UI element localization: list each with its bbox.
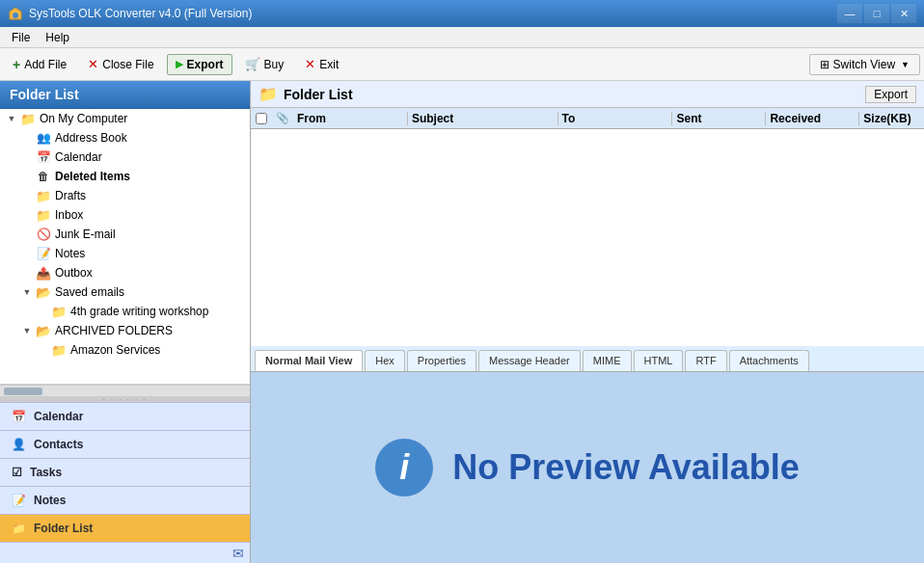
col-header-size[interactable]: Size(KB) <box>859 112 924 125</box>
export-button[interactable]: ▶ Export <box>167 54 232 75</box>
col-header-from[interactable]: From <box>293 112 408 125</box>
saved-emails-icon: 📂 <box>35 284 52 300</box>
add-file-icon: + <box>13 57 20 72</box>
writing-workshop-icon: 📁 <box>50 304 68 319</box>
drafts-icon: 📁 <box>35 188 52 203</box>
tree-item-inbox[interactable]: 📁 Inbox <box>0 205 250 225</box>
nav-calendar-icon: 📅 <box>12 410 26 423</box>
menu-bar: File Help <box>0 27 924 48</box>
archived-folders-icon: 📂 <box>35 323 52 338</box>
preview-section: Normal Mail View Hex Properties Message … <box>251 346 924 563</box>
tree-label-deletedItems: Deleted Items <box>55 170 130 183</box>
switch-view-dropdown-icon: ▼ <box>901 60 910 69</box>
tree-item-savedEmails[interactable]: ▼ 📂 Saved emails <box>0 282 250 302</box>
right-panel-export-button[interactable]: Export <box>865 86 916 103</box>
right-panel-header: 📁 Folder List Export <box>251 81 924 108</box>
tree-label-drafts: Drafts <box>55 189 86 202</box>
close-file-button[interactable]: ✕ Close File <box>79 53 162 75</box>
col-header-sent[interactable]: Sent <box>672 112 766 125</box>
tree-label-onMyComputer: On My Computer <box>40 112 127 125</box>
maximize-button[interactable]: □ <box>864 4 889 23</box>
inbox-icon: 📁 <box>35 207 52 223</box>
mail-list <box>251 129 924 346</box>
window-controls: — □ ✕ <box>837 4 916 23</box>
file-menu[interactable]: File <box>4 29 38 46</box>
tree-item-calendar[interactable]: 📅 Calendar <box>0 147 250 167</box>
amazon-services-icon: 📁 <box>50 342 68 358</box>
switch-view-button[interactable]: ⊞ Switch View ▼ <box>809 54 920 75</box>
nav-contacts-icon: 👤 <box>12 438 26 451</box>
col-header-attach: 📎 <box>272 112 293 124</box>
app-icon <box>8 6 23 21</box>
exit-icon: ✕ <box>305 57 315 71</box>
app-title: SysTools OLK Converter v4.0 (Full Versio… <box>29 7 252 20</box>
switch-view-label: Switch View <box>833 58 895 71</box>
tree-label-archivedFolders: ARCHIVED FOLDERS <box>55 324 173 337</box>
tree-item-deletedItems[interactable]: 🗑 Deleted Items <box>0 167 250 186</box>
tab-mime[interactable]: MIME <box>583 350 632 371</box>
left-panel-header: Folder List <box>0 81 250 109</box>
expand-onMyComputer[interactable]: ▼ <box>4 114 19 123</box>
col-header-to[interactable]: To <box>558 112 673 125</box>
notes-icon: 📝 <box>35 246 52 261</box>
nav-btn-notes[interactable]: 📝 Notes <box>0 486 250 514</box>
col-header-check[interactable] <box>251 113 272 124</box>
select-all-checkbox[interactable] <box>256 113 267 124</box>
tree-item-archivedFolders[interactable]: ▼ 📂 ARCHIVED FOLDERS <box>0 321 250 340</box>
tree-item-onMyComputer[interactable]: ▼ 📁 On My Computer <box>0 109 250 128</box>
tree-item-gradingWorkshop[interactable]: 📁 4th grade writing workshop <box>0 302 250 321</box>
nav-tasks-icon: ☑ <box>12 466 22 479</box>
nav-buttons: 📅 Calendar 👤 Contacts ☑ Tasks 📝 Notes 📁 … <box>0 402 250 542</box>
buy-button[interactable]: 🛒 Buy <box>236 53 293 75</box>
col-header-received[interactable]: Received <box>766 112 859 125</box>
nav-btn-folderList[interactable]: 📁 Folder List <box>0 514 250 542</box>
add-file-button[interactable]: + Add File <box>4 53 75 76</box>
close-file-label: Close File <box>102 58 153 71</box>
tree-item-amazonServices[interactable]: 📁 Amazon Services <box>0 340 250 360</box>
close-button[interactable]: ✕ <box>891 4 916 23</box>
folder-open-icon: 📁 <box>19 111 37 126</box>
help-menu[interactable]: Help <box>38 29 77 46</box>
right-panel: 📁 Folder List Export 📎 From Subject To S… <box>251 81 924 563</box>
mail-table-header: 📎 From Subject To Sent Received Size(KB) <box>251 108 924 129</box>
minimize-button[interactable]: — <box>837 4 862 23</box>
nav-btn-calendar[interactable]: 📅 Calendar <box>0 402 250 430</box>
tree-item-junkEmail[interactable]: 🚫 Junk E-mail <box>0 225 250 244</box>
nav-btn-contacts[interactable]: 👤 Contacts <box>0 430 250 458</box>
close-file-icon: ✕ <box>88 57 98 71</box>
tree-label-gradingWorkshop: 4th grade writing workshop <box>70 305 208 318</box>
col-header-subject[interactable]: Subject <box>408 112 558 125</box>
switch-view-icon: ⊞ <box>820 58 829 71</box>
nav-tasks-label: Tasks <box>30 466 62 479</box>
main-layout: Folder List ▼ 📁 On My Computer 👥 Address… <box>0 81 924 563</box>
nav-notes-icon: 📝 <box>12 494 26 507</box>
tab-rtf[interactable]: RTF <box>685 350 726 371</box>
folder-header-icon: 📁 <box>258 85 278 103</box>
tree-item-notes[interactable]: 📝 Notes <box>0 244 250 263</box>
tab-properties[interactable]: Properties <box>407 350 476 371</box>
tree-label-amazonServices: Amazon Services <box>70 343 160 357</box>
nav-btn-tasks[interactable]: ☑ Tasks <box>0 458 250 486</box>
exit-button[interactable]: ✕ Exit <box>296 53 347 75</box>
nav-calendar-label: Calendar <box>34 410 83 423</box>
exit-label: Exit <box>319 58 339 71</box>
no-preview-info-icon: i <box>375 439 433 496</box>
tree-item-drafts[interactable]: 📁 Drafts <box>0 186 250 205</box>
tab-html[interactable]: HTML <box>634 350 684 371</box>
tree-label-junkEmail: Junk E-mail <box>55 228 116 241</box>
tree-label-savedEmails: Saved emails <box>55 285 124 299</box>
tree-item-addressBook[interactable]: 👥 Address Book <box>0 128 250 147</box>
buy-label: Buy <box>264 58 285 71</box>
tree-item-outbox[interactable]: 📤 Outbox <box>0 263 250 282</box>
left-panel-footer: ✉ <box>0 542 250 563</box>
expand-archivedFolders[interactable]: ▼ <box>19 326 35 335</box>
tab-messageHeader[interactable]: Message Header <box>478 350 581 371</box>
tab-normalMailView[interactable]: Normal Mail View <box>255 350 363 371</box>
buy-icon: 🛒 <box>245 57 260 71</box>
tab-attachments[interactable]: Attachments <box>729 350 809 371</box>
horiz-scrollbar-thumb[interactable] <box>4 388 42 395</box>
expand-savedEmails[interactable]: ▼ <box>19 287 35 297</box>
tree-label-notes: Notes <box>55 247 85 260</box>
tab-hex[interactable]: Hex <box>365 350 405 371</box>
tree-label-calendar: Calendar <box>55 150 102 164</box>
